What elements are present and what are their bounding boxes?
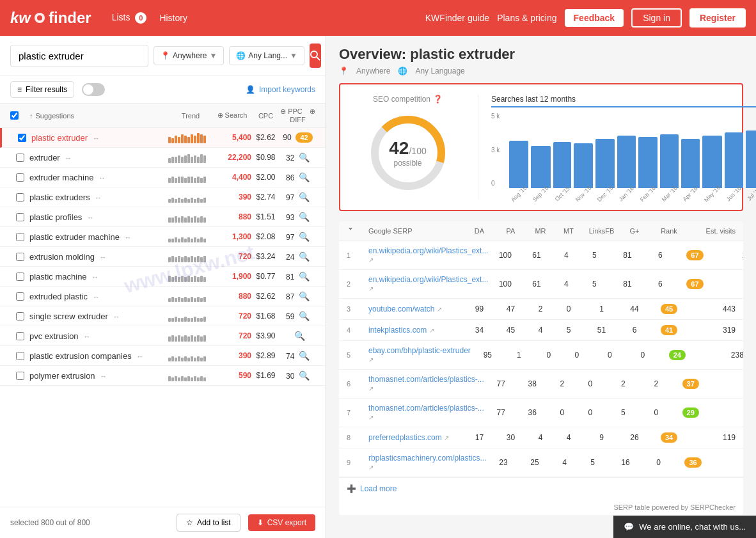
search-magnify-icon[interactable]: 🔍 xyxy=(299,232,310,242)
row-checkbox[interactable] xyxy=(16,332,24,340)
search-magnify-icon[interactable]: 🔍 xyxy=(299,351,310,361)
header-search[interactable]: ⊕ Search xyxy=(213,111,251,120)
serp-row[interactable]: 6 thomasnet.com/articles/plastics-... ↗ … xyxy=(339,370,743,399)
row-checkbox-cell[interactable] xyxy=(10,173,29,182)
row-checkbox-cell[interactable] xyxy=(10,193,29,202)
row-checkbox[interactable] xyxy=(16,292,24,301)
keyword-row[interactable]: polymer extrusion ↔ 590 $1.69 30 🔍 xyxy=(0,366,326,386)
row-checkbox-cell[interactable] xyxy=(10,233,29,241)
filter-toggle[interactable] xyxy=(82,83,105,96)
serp-row-url[interactable]: thomasnet.com/articles/plastics-... ↗ xyxy=(368,375,484,393)
row-checkbox[interactable] xyxy=(16,193,24,202)
row-checkbox[interactable] xyxy=(16,233,24,241)
search-magnify-icon[interactable]: 🔍 xyxy=(299,370,310,381)
location-select[interactable]: 📍 Anywhere ▼ xyxy=(154,46,224,65)
import-button[interactable]: 👤 Import keywords xyxy=(246,85,315,94)
keyword-row[interactable]: single screw extruder ↔ 720 $1.68 59 🔍 xyxy=(0,306,326,326)
keyword-row[interactable]: plastic machine ↔ 1,900 $0.77 81 🔍 xyxy=(0,267,326,287)
header-ppc[interactable]: ⊕ PPC ⊕ DIFF xyxy=(280,107,315,123)
row-checkbox-cell[interactable] xyxy=(10,292,29,301)
search-magnify-icon[interactable]: 🔍 xyxy=(299,212,310,222)
plans-link[interactable]: Plans & pricing xyxy=(497,13,556,23)
serp-row-url[interactable]: ebay.com/bhp/plastic-extruder ↗ xyxy=(368,346,471,364)
row-checkbox-cell[interactable] xyxy=(10,312,29,320)
search-magnify-icon[interactable]: 🔍 xyxy=(299,172,310,182)
signin-button[interactable]: Sign in xyxy=(631,8,682,28)
serp-url-link[interactable]: preferredplastics.com xyxy=(368,433,442,442)
row-checkbox[interactable] xyxy=(16,372,24,380)
keyword-row[interactable]: plastic profiles ↔ 880 $1.51 93 🔍 xyxy=(0,207,326,227)
row-checkbox-cell[interactable] xyxy=(10,372,29,380)
serp-row[interactable]: 8 preferredplastics.com ↗ 17 30 4 4 9 26… xyxy=(339,427,743,448)
serp-row[interactable]: 7 thomasnet.com/articles/plastics-... ↗ … xyxy=(339,399,743,427)
serp-row-url[interactable]: thomasnet.com/articles/plastics-... ↗ xyxy=(368,404,484,422)
search-magnify-icon[interactable]: 🔍 xyxy=(299,251,310,262)
keyword-row[interactable]: plastic extruders ↔ 390 $2.74 97 🔍 xyxy=(0,187,326,207)
row-checkbox-cell[interactable] xyxy=(10,154,29,162)
row-checkbox-cell[interactable] xyxy=(10,253,29,261)
serp-url-link[interactable]: ebay.com/bhp/plastic-extruder xyxy=(368,346,471,355)
keyword-row[interactable]: plastic extrusion companies ↔ 390 $2.89 … xyxy=(0,346,326,366)
search-magnify-icon[interactable]: 🔍 xyxy=(299,291,310,301)
language-select[interactable]: 🌐 Any Lang... ▼ xyxy=(229,46,304,65)
serp-row-url[interactable]: rbplasticsmachinery.com/plastics... ↗ xyxy=(368,454,487,471)
lists-link[interactable]: Lists 0 xyxy=(112,12,147,24)
row-checkbox[interactable] xyxy=(16,273,24,281)
serp-row[interactable]: 5 ebay.com/bhp/plastic-extruder ↗ 95 1 0… xyxy=(339,341,743,370)
serp-row[interactable]: 3 youtube.com/watch ↗ 99 47 2 0 1 44 45 … xyxy=(339,299,743,320)
serp-url-link[interactable]: rbplasticsmachinery.com/plastics... xyxy=(368,454,487,463)
serp-row[interactable]: 2 en.wikipedia.org/wiki/Plastics_ext... … xyxy=(339,270,743,299)
row-checkbox-cell[interactable] xyxy=(10,332,29,340)
filter-button[interactable]: ≡ Filter results xyxy=(10,81,74,98)
search-button[interactable] xyxy=(310,44,321,68)
check-all-input[interactable] xyxy=(10,111,19,120)
row-checkbox[interactable] xyxy=(16,154,24,162)
serp-url-link[interactable]: en.wikipedia.org/wiki/Plastics_ext... xyxy=(368,246,488,255)
add-to-list-button[interactable]: ☆ Add to list xyxy=(177,514,240,532)
guide-link[interactable]: KWFinder guide xyxy=(425,13,489,23)
keyword-row[interactable]: extruder machine ↔ 4,400 $2.00 86 🔍 xyxy=(0,168,326,187)
csv-export-button[interactable]: ⬇ CSV export xyxy=(248,514,315,531)
header-trend[interactable]: Trend xyxy=(168,112,213,120)
load-more[interactable]: ➕ Load more xyxy=(339,477,743,500)
serp-url-link[interactable]: thomasnet.com/articles/plastics-... xyxy=(368,375,484,384)
serp-url-link[interactable]: thomasnet.com/articles/plastics-... xyxy=(368,404,484,413)
serp-row-url[interactable]: youtube.com/watch ↗ xyxy=(368,305,462,313)
register-button[interactable]: Register xyxy=(689,8,746,28)
header-cpc[interactable]: CPC xyxy=(251,112,280,120)
serp-row-url[interactable]: en.wikipedia.org/wiki/Plastics_ext... ↗ xyxy=(368,246,488,264)
header-suggestions[interactable]: ↑ Suggestions xyxy=(29,112,168,120)
serp-row[interactable]: 9 rbplasticsmachinery.com/plastics... ↗ … xyxy=(339,448,743,477)
serp-row-url[interactable]: preferredplastics.com ↗ xyxy=(368,433,462,442)
info-icon[interactable]: ❓ xyxy=(433,95,443,104)
row-checkbox-cell[interactable] xyxy=(10,213,29,221)
row-checkbox[interactable] xyxy=(16,253,24,261)
serp-row[interactable]: 4 intekplastics.com ↗ 34 45 4 5 51 6 41 … xyxy=(339,320,743,341)
search-magnify-icon[interactable]: 🔍 xyxy=(299,271,310,281)
serp-url-link[interactable]: intekplastics.com xyxy=(368,326,427,335)
keyword-row[interactable]: extruded plastic ↔ 880 $2.62 87 🔍 xyxy=(0,287,326,306)
serp-url-link[interactable]: youtube.com/watch xyxy=(368,305,434,313)
row-checkbox[interactable] xyxy=(18,134,26,142)
logo[interactable]: kw finder xyxy=(10,9,91,27)
serp-url-link[interactable]: en.wikipedia.org/wiki/Plastics_ext... xyxy=(368,275,488,284)
search-magnify-icon[interactable]: 🔍 xyxy=(294,331,305,341)
keyword-row[interactable]: extruder ↔ 22,200 $0.98 32 🔍 xyxy=(0,148,326,168)
row-checkbox[interactable] xyxy=(16,352,24,360)
search-magnify-icon[interactable]: 🔍 xyxy=(299,152,310,162)
row-checkbox[interactable] xyxy=(16,213,24,221)
row-checkbox[interactable] xyxy=(16,312,24,320)
header-check-all[interactable] xyxy=(10,111,29,120)
row-checkbox-cell[interactable] xyxy=(10,273,29,281)
serp-row[interactable]: 1 en.wikipedia.org/wiki/Plastics_ext... … xyxy=(339,241,743,270)
feedback-button[interactable]: Feedback xyxy=(565,9,624,27)
search-magnify-icon[interactable]: 🔍 xyxy=(299,311,310,321)
search-magnify-icon[interactable]: 🔍 xyxy=(299,192,310,202)
row-checkbox-cell[interactable] xyxy=(10,352,29,360)
serp-row-url[interactable]: intekplastics.com ↗ xyxy=(368,326,462,335)
serp-row-url[interactable]: en.wikipedia.org/wiki/Plastics_ext... ↗ xyxy=(368,275,488,293)
keyword-row[interactable]: plastic extruder machine ↔ 1,300 $2.08 9… xyxy=(0,227,326,247)
row-checkbox-cell[interactable] xyxy=(12,134,31,142)
row-checkbox[interactable] xyxy=(16,173,24,182)
search-input[interactable] xyxy=(10,45,148,67)
